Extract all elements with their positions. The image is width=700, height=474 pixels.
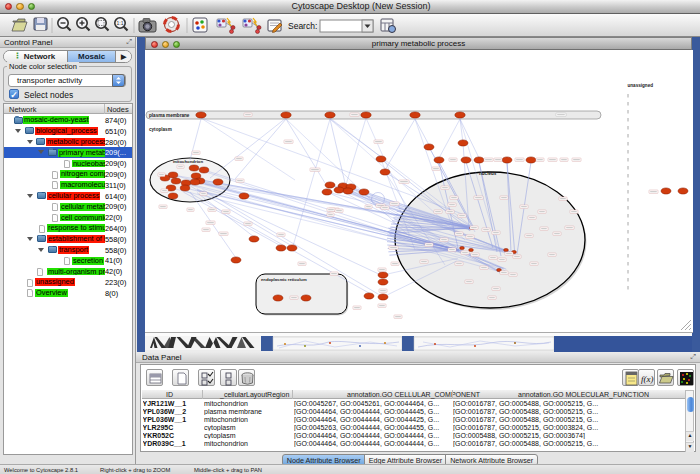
svg-text:Search:: Search:	[288, 21, 317, 31]
svg-text:cytoplasm: cytoplasm	[149, 127, 172, 132]
svg-text:endoplasmic reticulum: endoplasmic reticulum	[261, 277, 307, 282]
svg-text:nucleus: nucleus	[479, 171, 497, 176]
svg-text:mitochondrion: mitochondrion	[173, 159, 203, 164]
svg-text:unassigned: unassigned	[628, 83, 654, 88]
svg-text:1:1: 1:1	[117, 20, 124, 26]
svg-text:f(x): f(x)	[641, 374, 654, 384]
svg-text:plasma membrane: plasma membrane	[149, 113, 190, 118]
